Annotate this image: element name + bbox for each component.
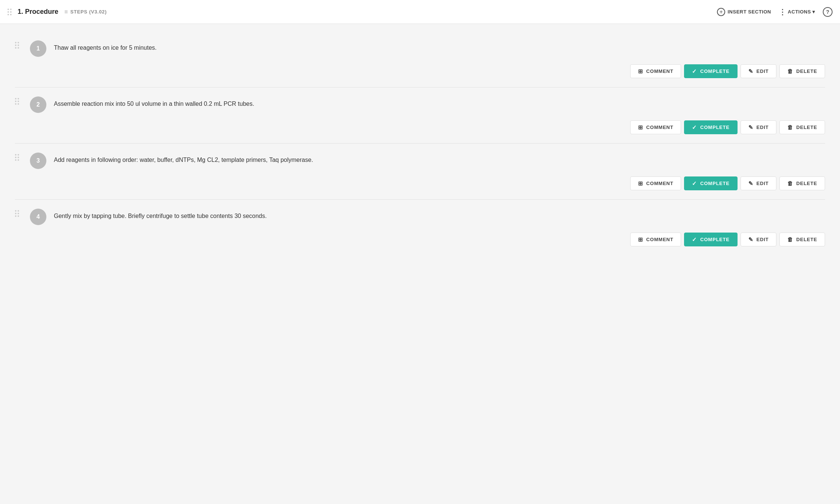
section-title: 1. Procedure xyxy=(18,8,58,16)
delete-label: DELETE xyxy=(796,125,817,130)
step-actions: ⊞ COMMENT ✓ COMPLETE ✎ EDIT 🗑 DELETE xyxy=(15,176,825,190)
complete-label: COMPLETE xyxy=(700,125,729,130)
delete-button[interactable]: 🗑 DELETE xyxy=(779,233,825,246)
step-row: 1 Thaw all reagents on ice for 5 minutes… xyxy=(15,31,825,87)
delete-icon: 🗑 xyxy=(787,125,793,130)
complete-label: COMPLETE xyxy=(700,237,729,242)
delete-label: DELETE xyxy=(796,68,817,74)
delete-button[interactable]: 🗑 DELETE xyxy=(779,176,825,190)
check-icon: ✓ xyxy=(692,125,697,130)
delete-button[interactable]: 🗑 DELETE xyxy=(779,64,825,78)
comment-label: COMMENT xyxy=(646,125,674,130)
edit-icon: ✎ xyxy=(748,125,754,130)
step-row: 4 Gently mix by tapping tube. Briefly ce… xyxy=(15,200,825,255)
step-actions: ⊞ COMMENT ✓ COMPLETE ✎ EDIT 🗑 DELETE xyxy=(15,64,825,78)
step-drag-handle[interactable] xyxy=(15,153,22,161)
page-header: 1. Procedure ≡ STEPS (V3.02) + INSERT SE… xyxy=(0,0,840,24)
check-icon: ✓ xyxy=(692,68,697,74)
edit-label: EDIT xyxy=(757,68,769,74)
delete-button[interactable]: 🗑 DELETE xyxy=(779,120,825,134)
header-drag-handle[interactable] xyxy=(7,9,12,15)
step-actions: ⊞ COMMENT ✓ COMPLETE ✎ EDIT 🗑 DELETE xyxy=(15,120,825,134)
edit-label: EDIT xyxy=(757,125,769,130)
step-text: Thaw all reagents on ice for 5 minutes. xyxy=(54,40,825,52)
step-text: Assemble reaction mix into 50 ul volume … xyxy=(54,96,825,108)
step-top: 2 Assemble reaction mix into 50 ul volum… xyxy=(15,96,825,113)
step-drag-handle[interactable] xyxy=(15,209,22,217)
comment-icon: ⊞ xyxy=(638,237,643,242)
comment-icon: ⊞ xyxy=(638,125,643,130)
comment-label: COMMENT xyxy=(646,181,674,186)
step-top: 1 Thaw all reagents on ice for 5 minutes… xyxy=(15,40,825,57)
insert-section-button[interactable]: + INSERT SECTION xyxy=(717,8,771,16)
main-content: 1 Thaw all reagents on ice for 5 minutes… xyxy=(0,24,840,263)
step-actions: ⊞ COMMENT ✓ COMPLETE ✎ EDIT 🗑 DELETE xyxy=(15,233,825,246)
edit-icon: ✎ xyxy=(748,181,754,186)
step-number: 3 xyxy=(30,153,46,169)
step-number: 2 xyxy=(30,96,46,113)
delete-label: DELETE xyxy=(796,237,817,242)
complete-label: COMPLETE xyxy=(700,181,729,186)
help-button[interactable]: ? xyxy=(823,7,833,17)
edit-label: EDIT xyxy=(757,237,769,242)
comment-icon: ⊞ xyxy=(638,181,643,186)
steps-icon: ≡ xyxy=(64,9,68,15)
steps-list: 1 Thaw all reagents on ice for 5 minutes… xyxy=(15,31,825,255)
edit-button[interactable]: ✎ EDIT xyxy=(741,176,777,190)
steps-version-label: STEPS (V3.02) xyxy=(70,9,107,15)
step-row: 2 Assemble reaction mix into 50 ul volum… xyxy=(15,87,825,144)
plus-circle-icon: + xyxy=(717,8,725,16)
complete-button[interactable]: ✓ COMPLETE xyxy=(684,120,737,134)
comment-label: COMMENT xyxy=(646,237,674,242)
check-icon: ✓ xyxy=(692,237,697,242)
step-top: 3 Add reagents in following order: water… xyxy=(15,153,825,169)
step-text: Gently mix by tapping tube. Briefly cent… xyxy=(54,209,825,221)
steps-label: ≡ STEPS (V3.02) xyxy=(64,9,107,15)
step-number: 4 xyxy=(30,209,46,225)
actions-label: ACTIONS xyxy=(788,9,811,15)
edit-button[interactable]: ✎ EDIT xyxy=(741,233,777,246)
actions-arrow-icon: ▾ xyxy=(812,9,815,15)
step-text: Add reagents in following order: water, … xyxy=(54,153,825,165)
edit-icon: ✎ xyxy=(748,68,754,74)
actions-dots-icon: ⋮ xyxy=(779,8,787,16)
actions-button[interactable]: ⋮ ACTIONS ▾ xyxy=(779,8,815,16)
complete-button[interactable]: ✓ COMPLETE xyxy=(684,233,737,246)
edit-button[interactable]: ✎ EDIT xyxy=(741,120,777,134)
check-icon: ✓ xyxy=(692,181,697,186)
edit-icon: ✎ xyxy=(748,237,754,242)
comment-button[interactable]: ⊞ COMMENT xyxy=(630,64,681,78)
step-number: 1 xyxy=(30,40,46,57)
insert-section-label: INSERT SECTION xyxy=(727,9,771,15)
step-row: 3 Add reagents in following order: water… xyxy=(15,144,825,200)
comment-icon: ⊞ xyxy=(638,68,643,74)
step-top: 4 Gently mix by tapping tube. Briefly ce… xyxy=(15,209,825,225)
header-right-controls: + INSERT SECTION ⋮ ACTIONS ▾ ? xyxy=(717,7,833,17)
delete-label: DELETE xyxy=(796,181,817,186)
delete-icon: 🗑 xyxy=(787,181,793,186)
comment-label: COMMENT xyxy=(646,68,674,74)
comment-button[interactable]: ⊞ COMMENT xyxy=(630,233,681,246)
delete-icon: 🗑 xyxy=(787,68,793,74)
comment-button[interactable]: ⊞ COMMENT xyxy=(630,176,681,190)
comment-button[interactable]: ⊞ COMMENT xyxy=(630,120,681,134)
edit-button[interactable]: ✎ EDIT xyxy=(741,64,777,78)
complete-button[interactable]: ✓ COMPLETE xyxy=(684,64,737,78)
step-drag-handle[interactable] xyxy=(15,96,22,105)
step-drag-handle[interactable] xyxy=(15,40,22,49)
complete-label: COMPLETE xyxy=(700,68,729,74)
delete-icon: 🗑 xyxy=(787,237,793,242)
complete-button[interactable]: ✓ COMPLETE xyxy=(684,176,737,190)
edit-label: EDIT xyxy=(757,181,769,186)
